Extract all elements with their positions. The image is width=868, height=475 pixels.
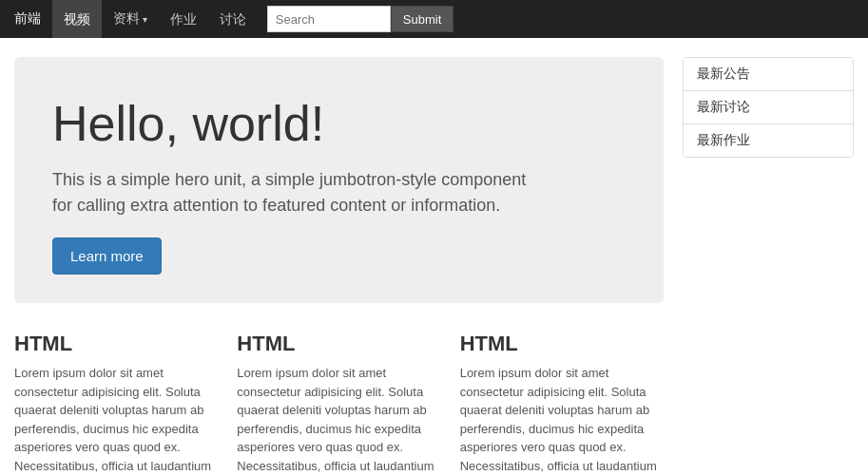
main-container: Hello, world! This is a simple hero unit… (0, 38, 868, 475)
learn-more-button[interactable]: Learn more (52, 238, 162, 275)
jumbotron-title: Hello, world! (52, 95, 626, 152)
nav-item-resources: 资料 (102, 0, 159, 39)
sidebar-link-0[interactable]: 最新公告 (684, 58, 853, 90)
nav-link-resources[interactable]: 资料 (102, 0, 159, 39)
card-title: HTML (237, 332, 440, 356)
search-button[interactable]: Submit (391, 6, 453, 32)
nav-item-homework: 作业 (159, 0, 208, 38)
card-body: Lorem ipsum dolor sit amet consectetur a… (460, 364, 664, 475)
sidebar-item-0: 最新公告 (684, 58, 853, 91)
navbar: 前端 视频 资料 作业 讨论 Submit (0, 0, 868, 38)
nav-list: 视频 资料 作业 讨论 (52, 0, 258, 39)
card-title: HTML (460, 332, 664, 356)
search-form: Submit (267, 6, 453, 32)
sidebar-item-1: 最新讨论 (684, 91, 853, 124)
main-content: Hello, world! This is a simple hero unit… (14, 57, 664, 475)
sidebar-link-2[interactable]: 最新作业 (684, 124, 853, 157)
card-item: HTML Lorem ipsum dolor sit amet consecte… (237, 322, 440, 475)
nav-link-discussion[interactable]: 讨论 (208, 0, 258, 38)
sidebar-link-1[interactable]: 最新讨论 (684, 91, 853, 124)
main-layout: Hello, world! This is a simple hero unit… (14, 38, 854, 475)
card-item: HTML Lorem ipsum dolor sit amet consecte… (14, 322, 218, 475)
nav-link-homework[interactable]: 作业 (159, 0, 208, 38)
jumbotron-description: This is a simple hero unit, a simple jum… (52, 167, 547, 218)
card-body: Lorem ipsum dolor sit amet consectetur a… (237, 364, 440, 475)
nav-link-video[interactable]: 视频 (52, 0, 102, 38)
sidebar-menu: 最新公告最新讨论最新作业 (683, 57, 854, 158)
sidebar-item-2: 最新作业 (684, 124, 853, 157)
search-input[interactable] (267, 6, 391, 32)
nav-item-video: 视频 (52, 0, 102, 38)
card-title: HTML (14, 332, 218, 356)
jumbotron: Hello, world! This is a simple hero unit… (14, 57, 664, 303)
cards-grid: HTML Lorem ipsum dolor sit amet consecte… (14, 322, 664, 475)
card-body: Lorem ipsum dolor sit amet consectetur a… (14, 364, 218, 475)
nav-item-discussion: 讨论 (208, 0, 258, 38)
sidebar: 最新公告最新讨论最新作业 (683, 57, 854, 475)
navbar-brand[interactable]: 前端 (14, 10, 52, 28)
card-item: HTML Lorem ipsum dolor sit amet consecte… (460, 322, 664, 475)
